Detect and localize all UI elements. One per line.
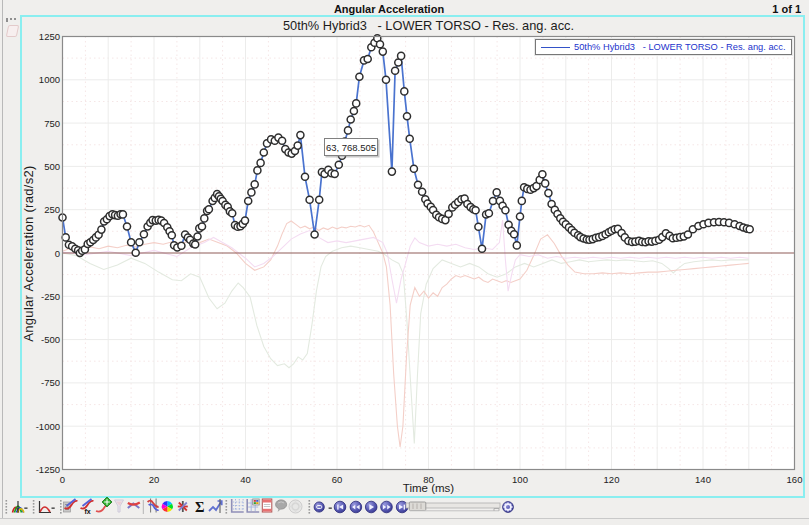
svg-text:Σ: Σ — [195, 499, 204, 515]
